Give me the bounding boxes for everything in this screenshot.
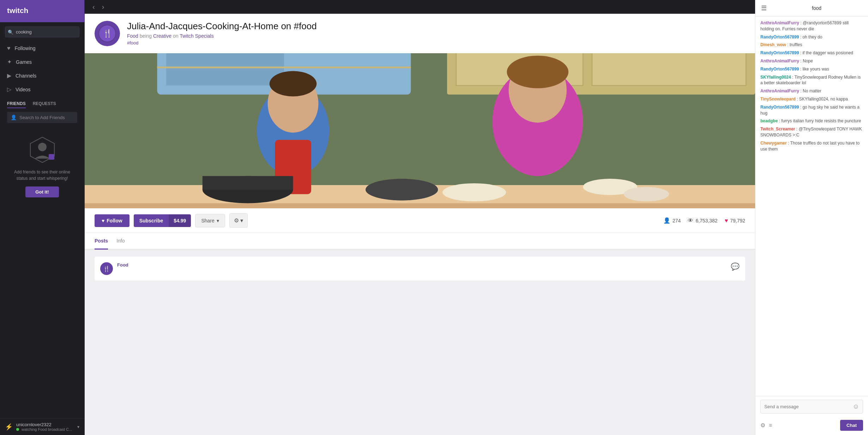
tab-posts[interactable]: Posts [95, 233, 108, 250]
chat-username[interactable]: beadgbe [760, 118, 778, 123]
middle-section: ‹ › 🍴 Julia-And-Jacques-Cooking-At-Home … [85, 0, 755, 435]
search-input[interactable] [5, 26, 79, 37]
main-nav: ♥ Following ✦ Games ▶ Channels ▷ Videos [0, 42, 84, 96]
chat-message: RandyOrton567899 : like yours was [760, 66, 863, 72]
chat-username[interactable]: Twitch_Screamer [760, 127, 795, 131]
emoji-icon[interactable]: ☺ [853, 403, 859, 410]
svg-point-2 [38, 143, 47, 151]
chat-input-area: ☺ [755, 396, 868, 417]
games-label: Games [16, 59, 32, 65]
channel-title: Julia-And-Jacques-Cooking-At-Home on #fo… [127, 21, 745, 32]
channel-stats: 👤 274 👁 6,753,382 ♥ 79,792 [663, 217, 745, 224]
settings-button[interactable]: ⚙ ▾ [229, 213, 248, 228]
top-nav-bar: ‹ › [85, 0, 755, 14]
games-icon: ✦ [7, 59, 12, 65]
chat-username[interactable]: SKYfalling0024 [760, 75, 791, 80]
bottom-status-text: watching Food broadcast C... [22, 427, 72, 431]
chat-username[interactable]: RandyOrton567899 [760, 50, 799, 55]
chat-username[interactable]: AnthroAnimalFurry [760, 88, 799, 93]
post-chat-icon[interactable]: 💬 [731, 262, 740, 271]
chat-username[interactable]: Dinesh_wow [760, 42, 786, 47]
channel-info: Julia-And-Jacques-Cooking-At-Home on #fo… [127, 21, 745, 45]
chat-message: RandyOrton567899 : go hug sky he said he… [760, 104, 863, 116]
twitch-logo: twitch [0, 0, 84, 22]
chat-input[interactable] [764, 404, 850, 409]
chat-message-text: : Nope [799, 59, 813, 63]
hearts-stat: ♥ 79,792 [725, 218, 745, 224]
heart-icon: ♥ [7, 45, 11, 51]
svg-point-34 [624, 187, 669, 201]
chat-message-text: : SKYfalling0024, no kappa [796, 97, 848, 102]
chat-username[interactable]: AnthroAnimalFurry [760, 59, 799, 63]
sidebar-item-channels[interactable]: ▶ Channels [0, 69, 84, 82]
views-stat: 👁 6,753,382 [688, 218, 717, 224]
channel-tag[interactable]: #food [127, 40, 745, 45]
friends-tabs: FRIENDS REQUESTS [7, 101, 77, 108]
chat-username[interactable]: AnthroAnimalFurry [760, 20, 799, 25]
sidebar-item-games[interactable]: ✦ Games [0, 55, 84, 69]
got-it-button[interactable]: Got it! [25, 186, 59, 197]
search-wrapper: 🔍 [5, 26, 79, 37]
heart-icon-follow: ♥ [102, 218, 104, 223]
search-bar: 🔍 [0, 22, 84, 42]
add-friends-placeholder: Search to Add Friends [19, 115, 65, 120]
channel-subtitle: Food being Creative on Twitch Specials [127, 33, 745, 39]
friends-section: FRIENDS REQUESTS 👤 Search to Add Friends… [0, 96, 84, 207]
chat-message: RandyOrton567899 : if the dagger was pos… [760, 50, 863, 56]
svg-rect-30 [203, 176, 293, 190]
chat-settings-icon[interactable]: ⚙ [760, 422, 765, 429]
viewers-stat: 👤 274 [663, 217, 681, 224]
specials-link[interactable]: Twitch Specials [180, 33, 213, 39]
chevron-down-icon[interactable]: ▾ [77, 424, 79, 429]
chat-message-text: : like yours was [799, 67, 829, 72]
svg-point-24 [270, 71, 317, 97]
share-button[interactable]: Share ▾ [195, 214, 225, 227]
food-link[interactable]: Food [127, 33, 138, 39]
add-friends-input[interactable]: 👤 Search to Add Friends [7, 112, 77, 123]
sidebar-item-following[interactable]: ♥ Following [0, 42, 84, 55]
follow-button[interactable]: ♥ Follow [95, 214, 129, 227]
post-card: 🍴 Food 💬 [95, 257, 745, 281]
chat-list-icon[interactable]: ≡ [769, 422, 772, 429]
tab-info[interactable]: Info [116, 233, 125, 250]
chat-username[interactable]: RandyOrton567899 [760, 35, 799, 39]
chat-username[interactable]: TinySnowleopard [760, 97, 796, 102]
nav-back-button[interactable]: ‹ [90, 2, 97, 12]
chat-username[interactable]: RandyOrton567899 [760, 67, 799, 72]
channels-icon: ▶ [7, 72, 11, 79]
subscribe-button[interactable]: Subscribe $4.99 [134, 214, 191, 227]
videos-label: Videos [16, 87, 31, 92]
video-player[interactable]: we put our pieces of truffle on top. [85, 53, 755, 208]
post-username[interactable]: Food [117, 262, 128, 268]
content-tabs: Posts Info [85, 233, 755, 250]
creative-link[interactable]: Creative [153, 33, 171, 39]
channels-label: Channels [16, 73, 36, 79]
heart-stat-icon: ♥ [725, 218, 728, 224]
chat-message-text: : No matter [799, 88, 821, 93]
nav-forward-button[interactable]: › [100, 2, 107, 12]
video-container: we put our pieces of truffle on top. [85, 53, 755, 208]
subscribe-price: $4.99 [169, 214, 191, 227]
chat-menu-icon[interactable]: ☰ [761, 4, 767, 12]
chat-panel: ☰ food AnthroAnimalFurry : @randyorton56… [755, 0, 868, 435]
chat-username[interactable]: Chewygamer [760, 141, 787, 146]
chat-send-button[interactable]: Chat [840, 420, 863, 431]
bottom-username: unicornlover2322 [16, 422, 74, 427]
chat-message: AnthroAnimalFurry : Nope [760, 58, 863, 64]
tab-friends[interactable]: FRIENDS [7, 101, 26, 108]
bottom-user-status: watching Food broadcast C... [16, 427, 74, 431]
search-icon: 🔍 [8, 29, 13, 35]
sidebar-item-videos[interactable]: ▷ Videos [0, 82, 84, 96]
chat-message: Twitch_Screamer : @TinySnowleopard TONY … [760, 126, 863, 138]
user-icon: 👤 [11, 115, 17, 120]
videos-icon: ▷ [7, 86, 11, 93]
chat-username[interactable]: RandyOrton567899 [760, 105, 799, 110]
empty-friends-section: Add friends to see their online status a… [7, 129, 77, 204]
svg-rect-8 [166, 53, 284, 86]
chat-title: food [771, 5, 862, 11]
tab-requests[interactable]: REQUESTS [33, 101, 56, 108]
online-indicator [16, 428, 19, 431]
sidebar: twitch 🔍 ♥ Following ✦ Games ▶ Channels … [0, 0, 85, 435]
channel-logo: 🍴 [95, 21, 120, 46]
empty-friends-text: Add friends to see their online status a… [7, 169, 77, 182]
